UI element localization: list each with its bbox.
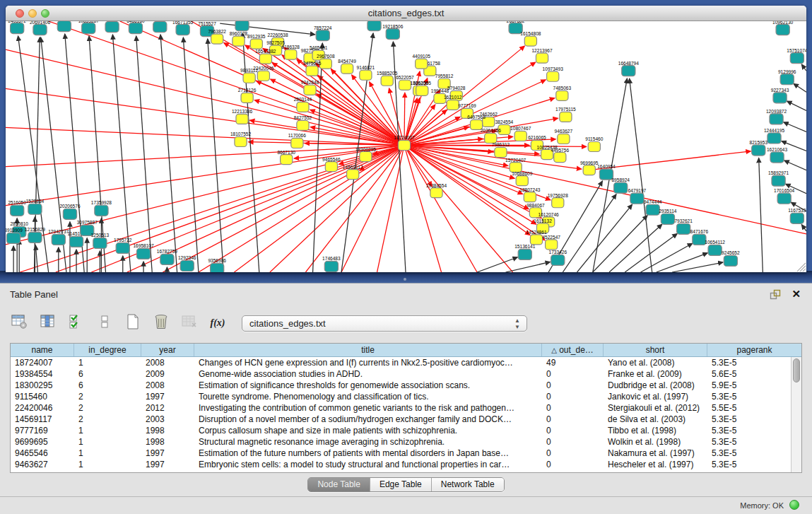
delete-table-button[interactable] — [180, 313, 199, 333]
network-node[interactable]: 16033809 — [232, 21, 253, 31]
network-edge[interactable] — [234, 145, 404, 272]
network-node[interactable]: 9227343 — [771, 88, 789, 103]
network-node[interactable]: 19218506 — [382, 24, 404, 40]
network-node[interactable]: 6261505 — [413, 81, 431, 95]
network-node[interactable]: 1292346 — [178, 255, 196, 271]
select-all-button[interactable] — [66, 313, 86, 333]
table-scrollbar-thumb[interactable] — [793, 358, 800, 382]
table-row[interactable]: 2242004622012Investigating the contribut… — [11, 402, 791, 414]
network-node[interactable]: 10719155 — [150, 21, 171, 33]
table-row[interactable]: 911546021997Tourette syndrome. Phenomeno… — [11, 391, 791, 402]
network-node[interactable]: 7857224 — [314, 25, 332, 41]
network-node[interactable]: 1746483 — [322, 256, 341, 271]
deselect-all-button[interactable] — [95, 313, 114, 333]
network-edge[interactable] — [657, 253, 707, 272]
network-node[interactable]: 17359928 — [91, 200, 112, 216]
network-node[interactable]: 20206576 — [59, 204, 81, 219]
table-row[interactable]: 1872400712008Changes of HCN gene express… — [11, 357, 791, 368]
table-row[interactable]: 946554611997Estimation of the future num… — [11, 448, 791, 459]
network-node[interactable]: 8960128 — [230, 31, 248, 46]
network-node[interactable]: 12942737 — [48, 229, 69, 245]
network-node[interactable]: 10962130 — [772, 21, 794, 35]
column-header-name[interactable]: name — [11, 344, 74, 356]
network-node[interactable]: 16543382 — [255, 49, 276, 64]
network-node[interactable]: 16154808 — [520, 31, 541, 46]
network-node[interactable]: 8186328 — [282, 45, 300, 59]
network-node[interactable]: 1527607 — [103, 21, 122, 33]
network-node[interactable]: 9699695 — [580, 160, 599, 175]
network-node[interactable]: 12213967 — [531, 48, 553, 63]
network-edge[interactable] — [254, 100, 404, 146]
network-node[interactable]: 20364456 — [481, 128, 502, 143]
network-node[interactable]: 16782759 — [157, 249, 178, 264]
network-edge[interactable] — [801, 64, 806, 71]
network-node[interactable]: 8813054 — [365, 21, 384, 31]
network-node[interactable]: 2803144 — [294, 97, 312, 112]
network-node[interactable]: 9463627 — [555, 129, 573, 144]
network-edge[interactable] — [6, 145, 404, 205]
network-node[interactable]: 4522547 — [542, 235, 560, 250]
tab-edge-table[interactable]: Edge Table — [370, 478, 432, 491]
table-scrollbar[interactable] — [791, 357, 801, 472]
column-visibility-button[interactable] — [38, 313, 58, 333]
column-header-year[interactable]: year — [141, 344, 194, 356]
network-edge[interactable] — [794, 83, 806, 92]
network-node[interactable]: 1250513 — [91, 233, 110, 248]
table-row[interactable]: 1830029562008Estimation of significance … — [11, 380, 791, 391]
network-node[interactable]: 8427552 — [294, 115, 312, 130]
network-edge[interactable] — [801, 225, 806, 231]
network-canvas[interactable]: 1872400718300295240557220691406160945591… — [6, 21, 806, 272]
table-row[interactable]: 977716911998Corpus callosum shape and si… — [11, 425, 791, 436]
network-node[interactable]: 1795722 — [114, 238, 132, 253]
network-node[interactable]: 8454749 — [338, 59, 356, 74]
function-builder-button[interactable]: f(x) — [208, 313, 228, 333]
network-edge[interactable] — [49, 21, 404, 145]
network-node[interactable]: 7986312 — [492, 143, 510, 158]
close-panel-icon[interactable]: ✕ — [792, 288, 801, 299]
table-row[interactable]: 1456911722003Disruption of a novel membe… — [11, 414, 791, 425]
network-node[interactable]: 3475685 — [303, 61, 322, 76]
network-node[interactable]: 18107552 — [230, 132, 252, 146]
network-node[interactable]: 8912935 — [247, 34, 266, 49]
network-node[interactable]: 8958924 — [611, 177, 630, 193]
network-node[interactable]: 9242848 — [301, 80, 319, 95]
network-node[interactable]: 9115460 — [585, 137, 603, 152]
new-file-button[interactable] — [123, 313, 143, 333]
network-node[interactable]: 8215953 — [750, 140, 768, 156]
network-node[interactable]: 1170066 — [288, 133, 306, 148]
network-edge[interactable] — [404, 145, 513, 272]
split-pane-handle[interactable] — [404, 278, 406, 281]
float-window-icon[interactable] — [770, 289, 781, 300]
network-node[interactable]: 3913909 — [6, 228, 23, 243]
resize-grip-icon[interactable] — [797, 263, 806, 271]
network-node[interactable]: 15885205 — [377, 71, 398, 86]
network-edge[interactable] — [577, 204, 632, 272]
table-selector-dropdown[interactable]: citations_edges.txt▲▼ — [242, 315, 527, 332]
network-edge[interactable] — [505, 262, 550, 272]
network-node[interactable]: 1733426 — [549, 250, 567, 265]
network-node[interactable]: 16648794 — [618, 61, 640, 76]
network-node[interactable]: 19384554 — [426, 183, 447, 198]
network-node[interactable]: 2516050 — [8, 200, 26, 216]
network-edge[interactable] — [263, 48, 404, 145]
network-edge[interactable] — [759, 158, 763, 272]
network-node[interactable]: 20691406 — [30, 21, 51, 35]
tab-node-table[interactable]: Node Table — [308, 478, 370, 491]
column-header-pagerank[interactable]: pagerank — [707, 344, 801, 356]
network-edge[interactable] — [784, 160, 806, 170]
network-node[interactable]: 15751074 — [787, 48, 806, 64]
network-window-titlebar[interactable]: citations_edges.txt — [6, 6, 806, 21]
tab-network-table[interactable]: Network Table — [432, 478, 504, 491]
network-edge[interactable] — [35, 245, 37, 272]
network-node[interactable]: 9356986 — [208, 258, 226, 272]
network-node[interactable]: 9245652 — [722, 250, 740, 266]
network-node[interactable]: 4495756 — [551, 148, 570, 163]
network-node[interactable]: 9146821 — [357, 65, 375, 80]
network-node[interactable]: 2405572 — [8, 21, 26, 34]
network-node[interactable]: 10973493 — [543, 66, 564, 81]
network-node[interactable]: 16671355 — [172, 21, 194, 35]
network-node[interactable]: 15136141 — [514, 244, 536, 259]
table-row[interactable]: 1938455462009Genome-wide association stu… — [11, 368, 791, 380]
network-node[interactable]: 17975115 — [555, 107, 576, 122]
network-node[interactable]: 10688609 — [512, 171, 533, 186]
